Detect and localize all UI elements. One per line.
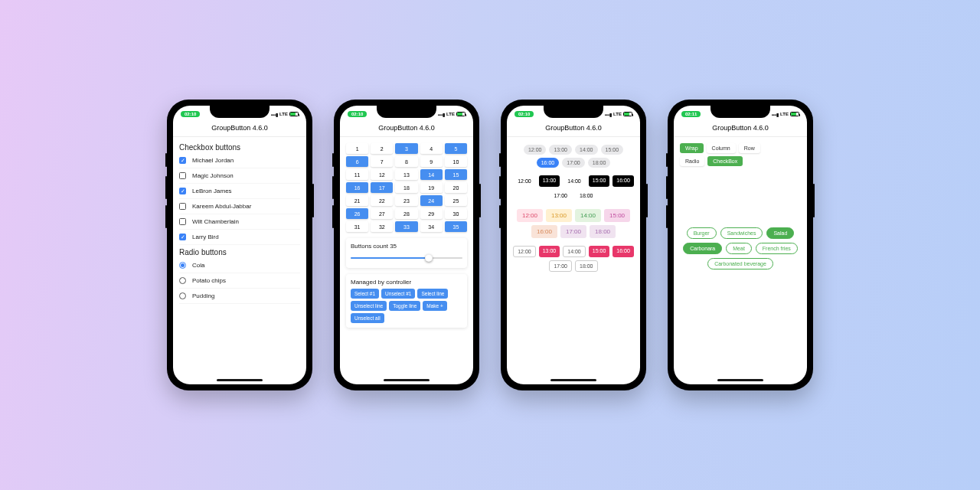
- time-chip[interactable]: 12:00: [517, 209, 543, 222]
- checkbox-icon[interactable]: [179, 203, 186, 210]
- checkbox-icon[interactable]: [179, 218, 186, 225]
- number-cell[interactable]: 6: [346, 156, 368, 167]
- checkbox-row[interactable]: Magic Johnson: [179, 168, 300, 184]
- time-chip[interactable]: 18:00: [575, 260, 598, 272]
- checkbox-row[interactable]: Wilt Chamberlain: [179, 214, 300, 230]
- number-cell[interactable]: 21: [346, 195, 368, 206]
- checkbox-icon[interactable]: [179, 234, 186, 240]
- number-cell[interactable]: 35: [445, 221, 467, 232]
- time-chip[interactable]: 13:00: [539, 246, 560, 257]
- time-chip[interactable]: 13:00: [546, 209, 572, 222]
- number-cell[interactable]: 8: [395, 156, 417, 167]
- time-chip[interactable]: 12:00: [513, 246, 536, 257]
- controller-button[interactable]: Select line: [417, 289, 448, 299]
- number-cell[interactable]: 10: [445, 156, 467, 167]
- time-chip[interactable]: 14:00: [575, 209, 601, 222]
- number-cell[interactable]: 34: [420, 221, 443, 232]
- radio-row[interactable]: Potato chips: [179, 273, 300, 289]
- number-cell[interactable]: 3: [395, 143, 417, 154]
- checkbox-row[interactable]: Michael Jordan: [179, 153, 300, 168]
- number-cell[interactable]: 9: [420, 156, 443, 167]
- time-chip[interactable]: 13:00: [549, 145, 572, 155]
- number-cell[interactable]: 24: [420, 195, 443, 206]
- number-cell[interactable]: 15: [445, 169, 467, 180]
- time-chip[interactable]: 14:00: [563, 246, 586, 257]
- food-chip[interactable]: Sandwiches: [720, 227, 763, 239]
- number-cell[interactable]: 17: [371, 182, 393, 193]
- time-chip[interactable]: 16:00: [537, 158, 560, 168]
- time-chip[interactable]: 13:00: [539, 175, 560, 187]
- home-indicator[interactable]: [717, 379, 763, 381]
- controller-button[interactable]: Unselect line: [351, 301, 387, 311]
- controller-button[interactable]: Make +: [423, 301, 447, 311]
- food-chip[interactable]: Salad: [766, 227, 794, 239]
- mode-option[interactable]: CheckBox: [707, 156, 743, 166]
- checkbox-icon[interactable]: [179, 157, 186, 164]
- number-cell[interactable]: 16: [346, 182, 368, 193]
- home-indicator[interactable]: [384, 379, 430, 381]
- number-cell[interactable]: 31: [346, 221, 368, 232]
- radio-icon[interactable]: [179, 277, 186, 284]
- layout-option[interactable]: Column: [707, 143, 736, 153]
- time-chip[interactable]: 15:00: [604, 209, 630, 222]
- number-cell[interactable]: 18: [395, 182, 417, 193]
- controller-button[interactable]: Unselect all: [351, 313, 384, 323]
- number-cell[interactable]: 30: [445, 208, 467, 219]
- number-cell[interactable]: 22: [371, 195, 393, 206]
- time-chip[interactable]: 16:00: [612, 246, 634, 257]
- time-chip[interactable]: 18:00: [575, 190, 598, 201]
- time-chip[interactable]: 17:00: [549, 190, 572, 201]
- number-cell[interactable]: 4: [420, 143, 443, 154]
- time-chip[interactable]: 17:00: [560, 225, 586, 238]
- number-cell[interactable]: 14: [420, 169, 443, 180]
- number-cell[interactable]: 33: [395, 221, 417, 232]
- number-cell[interactable]: 2: [371, 143, 393, 154]
- radio-row[interactable]: Pudding: [179, 289, 300, 304]
- time-chip[interactable]: 14:00: [563, 175, 586, 187]
- layout-option[interactable]: Wrap: [680, 143, 704, 153]
- number-cell[interactable]: 5: [445, 143, 467, 154]
- controller-button[interactable]: Toggle line: [389, 301, 420, 311]
- number-cell[interactable]: 25: [445, 195, 467, 206]
- checkbox-row[interactable]: LeBron James: [179, 184, 300, 199]
- number-cell[interactable]: 7: [371, 156, 393, 167]
- number-cell[interactable]: 11: [346, 169, 368, 180]
- number-cell[interactable]: 32: [371, 221, 393, 232]
- controller-button[interactable]: Unselect #1: [381, 289, 415, 299]
- time-chip[interactable]: 18:00: [590, 225, 616, 238]
- time-chip[interactable]: 12:00: [513, 175, 536, 187]
- time-chip[interactable]: 18:00: [588, 158, 611, 168]
- food-chip[interactable]: French fries: [756, 243, 798, 254]
- number-cell[interactable]: 13: [395, 169, 417, 180]
- number-cell[interactable]: 26: [346, 208, 368, 219]
- food-chip[interactable]: Carbonated beverage: [707, 258, 773, 270]
- checkbox-row[interactable]: Kareem Abdul-Jabbar: [179, 199, 300, 214]
- time-chip[interactable]: 16:00: [531, 225, 557, 238]
- radio-row[interactable]: Cola: [179, 258, 300, 273]
- number-cell[interactable]: 12: [371, 169, 393, 180]
- time-chip[interactable]: 17:00: [549, 260, 572, 272]
- checkbox-row[interactable]: Larry Bird: [179, 230, 300, 245]
- number-cell[interactable]: 28: [395, 208, 417, 219]
- number-cell[interactable]: 23: [395, 195, 417, 206]
- food-chip[interactable]: Carbonara: [683, 243, 722, 254]
- time-chip[interactable]: 17:00: [562, 158, 585, 168]
- radio-icon[interactable]: [179, 292, 186, 299]
- mode-option[interactable]: Radio: [680, 156, 704, 166]
- controller-button[interactable]: Select #1: [351, 289, 379, 299]
- layout-option[interactable]: Row: [739, 143, 760, 153]
- number-cell[interactable]: 27: [371, 208, 393, 219]
- time-chip[interactable]: 15:00: [601, 145, 624, 155]
- time-chip[interactable]: 14:00: [575, 145, 598, 155]
- number-cell[interactable]: 19: [420, 182, 443, 193]
- home-indicator[interactable]: [550, 379, 596, 381]
- time-chip[interactable]: 16:00: [612, 175, 634, 187]
- number-cell[interactable]: 20: [445, 182, 467, 193]
- radio-icon[interactable]: [179, 262, 186, 269]
- food-chip[interactable]: Meat: [726, 243, 752, 254]
- time-chip[interactable]: 12:00: [524, 145, 547, 155]
- time-chip[interactable]: 15:00: [589, 246, 610, 257]
- checkbox-icon[interactable]: [179, 188, 186, 194]
- food-chip[interactable]: Burger: [687, 227, 717, 239]
- buttons-count-slider[interactable]: [351, 253, 462, 263]
